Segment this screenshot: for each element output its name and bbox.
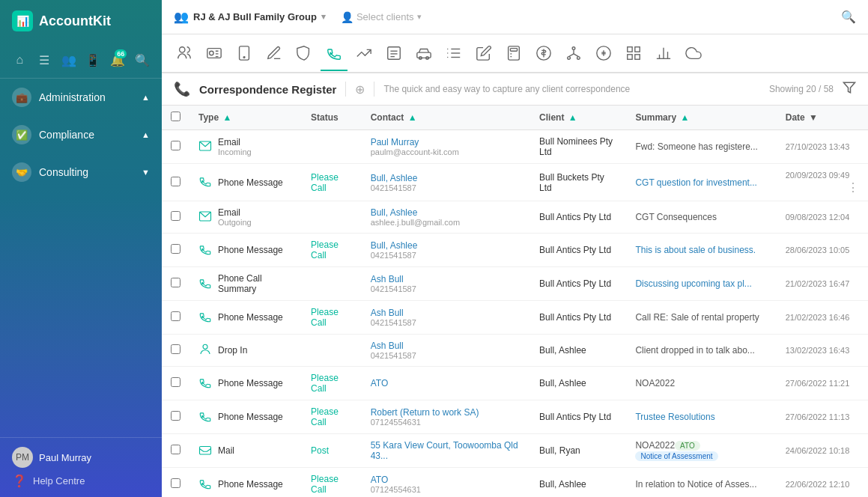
edit-toolbar-icon[interactable] [470,37,497,71]
type-icon [198,409,212,425]
client-cell: Bull Antics Pty Ltd [530,400,626,434]
trend-toolbar-icon[interactable] [350,37,377,71]
table-row[interactable]: Phone Message Please Call ATO 0712455463… [162,468,868,498]
row-checkbox-cell[interactable] [162,234,189,267]
user-profile[interactable]: PM Paul Murray [12,447,150,468]
topbar-search-icon[interactable]: 🔍 [841,10,856,24]
table-row[interactable]: Phone Message Please Call Bull, Ashlee 0… [162,234,868,267]
table-row[interactable]: Email Incoming Paul Murray paulm@account… [162,130,868,164]
type-icon [198,343,212,359]
help-centre-link[interactable]: ❓ Help Centre [12,474,150,488]
calc-toolbar-icon[interactable] [500,37,527,71]
contact-cell: Bull, Ashlee 0421541587 [362,234,530,267]
shield-toolbar-icon[interactable] [291,37,318,71]
status-cell [302,201,362,234]
date-cell: 22/06/2022 12:10 [777,468,868,498]
client-selector[interactable]: 👤 Select clients ▾ [341,11,422,23]
row-checkbox-cell[interactable] [162,367,189,400]
client-column-header[interactable]: Client ▲ [530,106,626,130]
bar-toolbar-icon[interactable] [650,37,677,71]
people-icon[interactable]: 👥 [58,48,79,72]
status-value: Post [311,445,329,456]
row-checkbox-cell[interactable] [162,434,189,468]
status-cell: Post [302,434,362,468]
search-sidebar-icon[interactable]: 🔍 [131,48,153,72]
phone-toolbar-icon[interactable] [321,37,347,71]
sidebar-nav: 💼 Administration ▲ ✅ Compliance ▲ 🤝 Cons… [0,79,162,437]
sidebar-item-administration[interactable]: 💼 Administration ▲ [0,79,162,116]
table-row[interactable]: Phone Message Please Call Bull, Ashlee 0… [162,164,868,201]
user-name: Paul Murray [39,452,91,463]
coin-toolbar-icon[interactable] [590,37,617,71]
cloud-toolbar-icon[interactable] [680,37,707,71]
svg-point-4 [243,57,245,58]
list-toolbar-icon[interactable] [440,37,467,71]
client-cell: Bull, Ashlee [530,367,626,400]
org-toolbar-icon[interactable] [560,37,587,71]
status-cell [302,130,362,164]
date-cell: 24/06/2022 10:18 [777,434,868,468]
svg-rect-35 [635,47,640,52]
more-options-button[interactable]: ⋮ [847,180,859,195]
table-row[interactable]: Phone Message Please Call Robert (Return… [162,400,868,434]
row-checkbox-cell[interactable] [162,301,189,335]
contact-column-header[interactable]: Contact ▲ [362,106,530,130]
table-row[interactable]: Phone Call Summary Ash Bull 0421541587 B… [162,267,868,301]
row-checkbox-cell[interactable] [162,201,189,234]
table-row[interactable]: Phone Message Please Call ATO Bull, Ashl… [162,367,868,400]
group-icon: 👥 [174,10,189,24]
type-icon [198,210,212,225]
client-cell: Bull, Ashlee [530,468,626,498]
table-row[interactable]: Phone Message Please Call Ash Bull 04215… [162,301,868,335]
people-toolbar-icon[interactable] [171,37,198,71]
sidebar-item-compliance[interactable]: ✅ Compliance ▲ [0,116,162,153]
filter-icon[interactable] [843,81,856,97]
tablet-toolbar-icon[interactable] [231,37,258,71]
row-checkbox-cell[interactable] [162,468,189,498]
table-row[interactable]: Drop In Ash Bull 0421541587 Bull, Ashlee… [162,335,868,367]
dollar-toolbar-icon[interactable] [530,37,557,71]
date-column-header[interactable]: Date ▼ [777,106,868,130]
client-cell: Bull, Ashlee [530,335,626,367]
status-value: Please Call [311,406,339,427]
row-checkbox-cell[interactable] [162,130,189,164]
row-checkbox-cell[interactable] [162,164,189,201]
summary-cell: NOA2022ATONotice of Assessment [626,434,776,468]
status-value: Please Call [311,474,339,495]
row-checkbox-cell[interactable] [162,400,189,434]
contact-cell: Bull, Ashlee ashlee.j.bull@gmail.com [362,201,530,234]
app-name: AccountKit [39,13,111,29]
contact-cell: ATO 07124554631 [362,468,530,498]
table-row[interactable]: Mail Post 55 Kara View Court, Toowoomba … [162,434,868,468]
tablet-icon[interactable]: 📱 [82,48,104,72]
car-toolbar-icon[interactable] [410,37,437,71]
type-cell: Phone Message [189,400,302,434]
task-toolbar-icon[interactable] [380,37,407,71]
pen-toolbar-icon[interactable] [261,37,288,71]
type-cell: Phone Message [189,367,302,400]
summary-column-header[interactable]: Summary ▲ [626,106,776,130]
status-cell [302,267,362,301]
chevron-up-icon-compliance: ▲ [142,130,150,139]
row-checkbox-cell[interactable] [162,267,189,301]
row-checkbox-cell[interactable] [162,335,189,367]
add-entry-icon[interactable]: ⊕ [355,82,365,97]
type-column-header[interactable]: Type ▲ [189,106,302,130]
group-selector[interactable]: 👥 RJ & AJ Bull Family Group ▾ [174,10,326,24]
svg-rect-34 [628,47,632,52]
select-all-header[interactable] [162,106,189,130]
sidebar-item-consulting[interactable]: 🤝 Consulting ▼ [0,153,162,191]
svg-rect-36 [628,55,632,59]
id-toolbar-icon[interactable] [201,37,228,71]
type-icon [198,477,212,493]
date-cell: 27/06/2022 11:13 [777,400,868,434]
status-column-header[interactable]: Status [302,106,362,130]
list-icon[interactable]: ☰ [34,48,55,72]
app-logo: 📊 AccountKit [0,0,162,42]
grid-toolbar-icon[interactable] [620,37,647,71]
svg-point-2 [210,51,214,55]
table-row[interactable]: Email Outgoing Bull, Ashlee ashlee.j.bul… [162,201,868,234]
home-icon[interactable]: ⌂ [9,48,31,72]
notification-icon[interactable]: 🔔66 [107,48,129,72]
topbar: 👥 RJ & AJ Bull Family Group ▾ 👤 Select c… [162,0,868,34]
